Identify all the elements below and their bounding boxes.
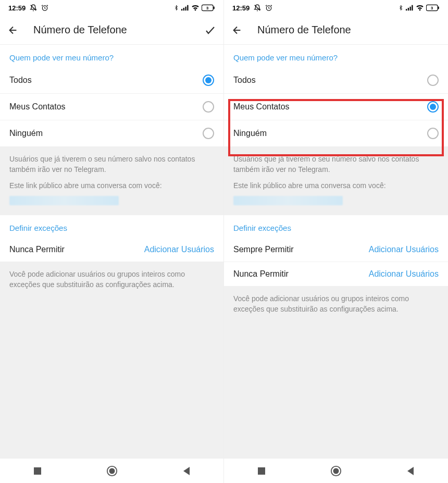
always-allow-label: Sempre Permitir (233, 245, 294, 254)
phone-screenshot-left: 12:59 3 Número de Te (0, 0, 224, 483)
alarm-icon (41, 4, 48, 11)
svg-point-11 (109, 468, 115, 474)
content-area: Quem pode ver meu número? Todos Meus Con… (0, 45, 223, 458)
status-time: 12:59 (8, 4, 26, 12)
bluetooth-icon (398, 4, 404, 11)
svg-rect-19 (438, 6, 439, 9)
back-button[interactable] (7, 24, 26, 36)
nav-home[interactable] (102, 461, 122, 481)
bluetooth-icon (173, 4, 179, 11)
help-text-block: Usuários que já tiverem o seu número sal… (0, 146, 223, 215)
add-users-link[interactable]: Adicionar Usuários (369, 245, 439, 254)
help-line-2: Este link público abre uma conversa com … (9, 180, 214, 191)
page-title: Número de Telefone (26, 24, 197, 36)
option-label: Meus Contatos (9, 102, 66, 112)
never-allow-row[interactable]: Nunca Permitir Adicionar Usuários (0, 238, 223, 262)
svg-rect-17 (412, 5, 413, 11)
help-line-1: Usuários que já tiverem o seu número sal… (233, 154, 439, 175)
help-line-1: Usuários que já tiverem o seu número sal… (9, 154, 214, 175)
nav-home[interactable] (326, 461, 346, 481)
add-users-link[interactable]: Adicionar Usuários (144, 245, 214, 254)
notification-off-icon (30, 4, 37, 11)
never-allow-label: Nunca Permitir (233, 269, 289, 279)
option-contacts[interactable]: Meus Contatos (0, 94, 223, 120)
alarm-icon (265, 4, 272, 11)
svg-text:3: 3 (206, 6, 209, 10)
exceptions-help-text: Você pode adicionar usuários ou grupos i… (224, 286, 448, 322)
radio-selected-icon (427, 101, 439, 113)
battery-icon: 3 (426, 4, 440, 11)
system-nav-bar (0, 458, 223, 483)
nav-back[interactable] (400, 461, 421, 481)
option-label: Ninguém (9, 129, 43, 138)
never-allow-label: Nunca Permitir (9, 245, 65, 254)
option-label: Todos (233, 76, 256, 85)
battery-icon: 3 (202, 4, 215, 11)
add-users-link[interactable]: Adicionar Usuários (369, 269, 439, 279)
svg-rect-4 (185, 7, 186, 11)
nav-recents[interactable] (251, 461, 272, 481)
svg-rect-15 (408, 8, 409, 10)
signal-icon (406, 5, 414, 11)
phone-screenshot-right: 12:59 3 Número de Te (224, 0, 448, 483)
blurred-link (233, 196, 343, 205)
option-label: Ninguém (233, 129, 267, 138)
confirm-button[interactable] (197, 24, 216, 36)
exceptions-help-text: Você pode adicionar usuários ou grupos i… (0, 262, 223, 298)
wifi-icon (416, 5, 424, 11)
signal-icon (181, 5, 189, 11)
option-contacts[interactable]: Meus Contatos (224, 94, 448, 120)
radio-selected-icon (203, 75, 214, 86)
svg-rect-21 (258, 467, 265, 475)
option-everyone[interactable]: Todos (0, 67, 223, 94)
help-line-2: Este link público abre uma conversa com … (233, 180, 439, 191)
svg-rect-5 (187, 5, 188, 11)
exceptions-header: Definir exceções (224, 215, 448, 238)
app-header: Número de Telefone (0, 16, 223, 45)
option-nobody[interactable]: Ninguém (224, 120, 448, 146)
status-time: 12:59 (232, 4, 250, 12)
svg-rect-2 (181, 9, 182, 10)
content-area: Quem pode ver meu número? Todos Meus Con… (224, 45, 448, 458)
svg-rect-9 (34, 467, 41, 475)
blurred-link (9, 196, 119, 205)
svg-text:3: 3 (431, 6, 433, 10)
radio-icon (427, 128, 439, 139)
system-nav-bar (224, 458, 448, 483)
notification-off-icon (254, 4, 261, 11)
status-bar: 12:59 3 (0, 0, 223, 16)
radio-icon (203, 128, 214, 139)
status-bar: 12:59 3 (224, 0, 448, 16)
always-allow-row[interactable]: Sempre Permitir Adicionar Usuários (224, 238, 448, 262)
help-text-block: Usuários que já tiverem o seu número sal… (224, 146, 448, 215)
svg-point-23 (333, 468, 339, 474)
option-nobody[interactable]: Ninguém (0, 120, 223, 146)
option-label: Meus Contatos (233, 102, 290, 112)
option-label: Todos (9, 76, 32, 85)
radio-icon (427, 75, 439, 86)
svg-rect-3 (183, 8, 184, 10)
nav-back[interactable] (176, 461, 197, 481)
wifi-icon (191, 5, 200, 11)
app-header: Número de Telefone (224, 16, 448, 45)
back-button[interactable] (231, 24, 250, 36)
svg-rect-14 (406, 9, 407, 10)
nav-recents[interactable] (27, 461, 48, 481)
svg-rect-7 (214, 6, 215, 9)
radio-icon (203, 101, 214, 113)
option-everyone[interactable]: Todos (224, 67, 448, 94)
page-title: Número de Telefone (250, 24, 441, 36)
who-can-see-header: Quem pode ver meu número? (224, 45, 448, 67)
who-can-see-header: Quem pode ver meu número? (0, 45, 223, 67)
svg-rect-16 (410, 7, 411, 11)
exceptions-header: Definir exceções (0, 215, 223, 238)
never-allow-row[interactable]: Nunca Permitir Adicionar Usuários (224, 262, 448, 286)
